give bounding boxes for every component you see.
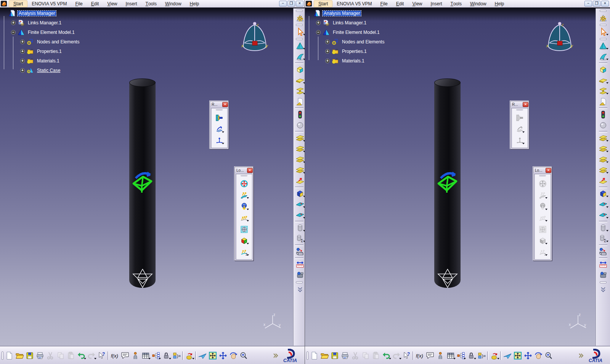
toolbar-button[interactable] bbox=[55, 350, 66, 361]
toolbar-button[interactable] bbox=[270, 350, 280, 361]
tree-expander[interactable]: + bbox=[20, 68, 25, 73]
toolbar-button[interactable] bbox=[371, 350, 381, 361]
menu-item[interactable]: File bbox=[376, 0, 392, 7]
close-icon[interactable]: × bbox=[222, 102, 228, 107]
toolbar-grip[interactable] bbox=[516, 109, 523, 110]
tree-item[interactable]: + Materials.1 bbox=[20, 56, 80, 65]
toolbar-button[interactable] bbox=[598, 223, 608, 233]
menu-item[interactable]: View bbox=[103, 0, 121, 7]
toolbar-button[interactable] bbox=[391, 350, 401, 361]
tree-item[interactable]: + Static Case bbox=[20, 65, 80, 75]
toolbar-button[interactable] bbox=[537, 212, 548, 224]
toolbar-button[interactable] bbox=[295, 9, 304, 13]
toolbar-button[interactable] bbox=[435, 350, 445, 361]
tree-item[interactable]: + Properties.1 bbox=[325, 46, 385, 56]
clamp-restraint-symbol[interactable] bbox=[436, 170, 458, 195]
toolbar-button[interactable] bbox=[239, 235, 249, 246]
toolbar-button[interactable] bbox=[514, 135, 525, 146]
toolbar-button[interactable] bbox=[599, 37, 608, 41]
toolbar-button[interactable] bbox=[598, 199, 608, 210]
toolbar-button[interactable] bbox=[598, 188, 608, 199]
toolbar-button[interactable] bbox=[24, 350, 35, 361]
toolbar-button[interactable] bbox=[295, 23, 304, 27]
toolbar-button[interactable] bbox=[306, 351, 309, 361]
toolbar-button[interactable] bbox=[238, 350, 249, 361]
toolbar-button[interactable] bbox=[523, 350, 533, 361]
tree-item-label[interactable]: Links Manager.1 bbox=[332, 20, 368, 26]
tree-item-label[interactable]: Analysis Manager bbox=[323, 11, 361, 16]
toolbar-button[interactable] bbox=[598, 246, 608, 257]
toolbar-button[interactable] bbox=[214, 135, 225, 146]
toolbar-button[interactable] bbox=[239, 212, 249, 224]
restraints-toolbar[interactable]: R...× bbox=[210, 101, 229, 149]
toolbar-button[interactable] bbox=[295, 75, 305, 86]
toolbar-button[interactable] bbox=[598, 109, 608, 120]
toolbar-button[interactable] bbox=[466, 350, 476, 361]
toolbar-button[interactable] bbox=[295, 120, 305, 131]
toolbar-grip[interactable] bbox=[241, 175, 247, 176]
tree-item[interactable]: + Nodes and Elements bbox=[325, 37, 385, 46]
toolbar-button[interactable] bbox=[45, 350, 55, 361]
toolbar-button[interactable] bbox=[109, 350, 120, 361]
toolbar-button[interactable] bbox=[543, 350, 554, 361]
toolbar-button[interactable] bbox=[598, 51, 608, 62]
tree-item-label[interactable]: Properties.1 bbox=[36, 49, 63, 54]
menu-item[interactable]: ENOVIA V5 VPM bbox=[27, 0, 71, 7]
toolbar-button[interactable] bbox=[575, 350, 586, 361]
toolbar-button[interactable] bbox=[598, 41, 608, 51]
close-icon[interactable]: × bbox=[523, 102, 528, 107]
tree-expander[interactable]: + bbox=[20, 59, 25, 63]
toolbar-button[interactable] bbox=[295, 281, 304, 284]
toolbar-button[interactable] bbox=[239, 201, 249, 212]
close-icon[interactable]: × bbox=[546, 168, 551, 173]
tree-expander[interactable]: + bbox=[325, 49, 330, 54]
toolbar-button[interactable] bbox=[130, 350, 140, 361]
menu-item[interactable]: Edit bbox=[87, 0, 103, 7]
toolbar-button[interactable] bbox=[598, 144, 608, 154]
restore-button[interactable]: ❐ bbox=[287, 1, 295, 6]
tree-item[interactable]: Analysis Manager bbox=[307, 8, 385, 18]
loads-toolbar[interactable]: Lo...× bbox=[533, 167, 552, 261]
close-icon[interactable]: × bbox=[247, 168, 253, 173]
toolbar-grip[interactable] bbox=[539, 175, 546, 176]
tree-item[interactable]: + Nodes and Elements bbox=[20, 37, 80, 46]
toolbar-button[interactable] bbox=[66, 350, 76, 361]
tree-expander[interactable]: + bbox=[316, 21, 321, 25]
loads-toolbar[interactable]: Lo...× bbox=[234, 167, 254, 261]
tree-expander[interactable]: + bbox=[20, 40, 25, 44]
minimize-button[interactable]: – bbox=[584, 1, 592, 6]
menu-item[interactable]: Window bbox=[466, 0, 491, 7]
toolbar-button[interactable] bbox=[514, 123, 525, 135]
tree-item[interactable]: + Links Manager.1 bbox=[316, 18, 385, 27]
toolbar-button[interactable] bbox=[295, 270, 305, 281]
3d-compass[interactable]: z x y bbox=[239, 21, 271, 57]
toolbar-button[interactable] bbox=[537, 224, 548, 235]
toolbar-button[interactable] bbox=[489, 350, 499, 361]
menu-item[interactable]: Help bbox=[491, 0, 509, 7]
toolbar-button[interactable] bbox=[598, 86, 608, 96]
toolbar-button[interactable] bbox=[514, 112, 525, 123]
tree-item[interactable]: − Finite Element Model.1 bbox=[11, 27, 80, 37]
toolbar-button[interactable] bbox=[598, 27, 608, 37]
toolbar-button[interactable] bbox=[120, 350, 130, 361]
tree-expander[interactable]: + bbox=[11, 21, 16, 25]
toolbar-button[interactable] bbox=[14, 350, 24, 361]
toolbar-button[interactable] bbox=[340, 350, 350, 361]
toolbar-button[interactable] bbox=[295, 210, 305, 220]
tree-expander[interactable]: − bbox=[316, 30, 321, 35]
toolbar-button[interactable] bbox=[1, 351, 4, 361]
toolbar-button[interactable] bbox=[598, 96, 608, 107]
menu-item[interactable]: Insert bbox=[122, 0, 141, 7]
toolbar-button[interactable] bbox=[360, 350, 371, 361]
toolbar-button[interactable] bbox=[35, 350, 45, 361]
toolbar-button[interactable] bbox=[309, 350, 319, 361]
menu-item[interactable]: Insert bbox=[427, 0, 446, 7]
toolbar-button[interactable] bbox=[295, 86, 305, 96]
toolbar-button[interactable] bbox=[350, 350, 360, 361]
3d-compass[interactable]: z x y bbox=[544, 21, 576, 57]
close-button[interactable]: × bbox=[601, 1, 609, 6]
toolbar-button[interactable] bbox=[599, 281, 608, 284]
toolbar-button[interactable] bbox=[319, 350, 329, 361]
toolbar-button[interactable] bbox=[598, 13, 608, 23]
toolbar-button[interactable] bbox=[295, 284, 305, 295]
